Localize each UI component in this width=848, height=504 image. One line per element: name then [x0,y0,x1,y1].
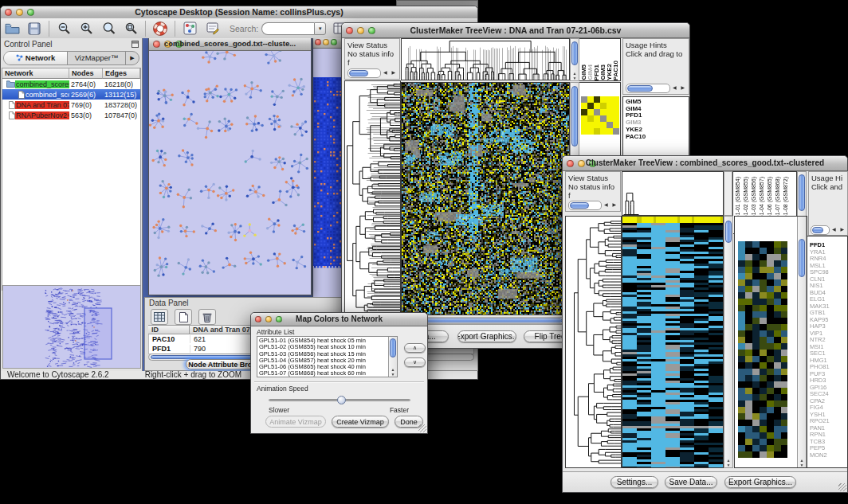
scrollbar-arrows[interactable]: ▲▼ [724,458,732,467]
summary-heatmap[interactable] [738,241,787,458]
scrollbar-thumb[interactable] [571,41,578,65]
zoom-in-icon[interactable] [77,20,96,37]
vizmapper-icon[interactable] [180,20,199,37]
table-mode-icon[interactable] [151,309,168,325]
col-header-nodes: Nodes [69,68,103,79]
scrollbar-arrows[interactable]: ▲▼ [571,71,579,80]
row-dendrogram[interactable] [565,216,622,468]
export-graphics-button[interactable]: Export Graphics... [457,330,516,342]
mini-scrollbar-track[interactable] [811,225,830,235]
close-button[interactable] [315,39,321,45]
minimize-button[interactable] [323,39,329,45]
summary-heatmap-panel: ▲▼ [734,216,807,468]
scrollbar-thumb[interactable] [799,174,805,211]
dialog-titlebar[interactable]: Map Colors to Network [251,313,427,326]
network-name: combined_scores [15,80,69,88]
usage-hints-scrollbar[interactable]: ◀ ▶ [811,225,846,233]
column-dendrogram[interactable] [622,171,724,216]
mini-scrollbar-arrows[interactable]: ◀ ▶ [832,225,846,233]
resize-grip[interactable] [418,424,426,432]
mini-scrollbar-track[interactable] [626,84,670,93]
new-attribute-icon[interactable] [175,309,192,325]
zoom-button[interactable] [331,39,337,45]
birdseye-canvas[interactable] [3,286,140,368]
open-folder-icon[interactable] [2,20,22,37]
mini-scrollbar-arrows[interactable]: ◀ ▶ [383,68,397,76]
tab-network[interactable]: Network [4,52,68,64]
delete-attribute-icon[interactable] [198,309,216,325]
search-input[interactable] [261,22,314,35]
summary-cell [581,122,587,128]
row-label[interactable]: MON2 [810,452,847,459]
treeview2-titlebar[interactable]: ClusterMaker TreeView : combined_scores_… [563,156,847,171]
mini-scrollbar-track[interactable] [347,68,381,78]
resize-grip[interactable] [838,483,846,491]
status-hint-zoom: Right-click + drag to ZOOM [145,370,241,379]
tab-more-button[interactable]: ▶ [125,52,139,64]
save-data-button[interactable]: Save Data... [665,476,717,488]
summary-cell [607,122,613,128]
network-canvas[interactable] [149,38,311,282]
scrollbar-thumb[interactable] [426,318,563,322]
summary-heatmap[interactable] [581,96,619,135]
scrollbar-arrows[interactable]: ▲▼ [798,458,806,467]
mini-scrollbar-arrows[interactable]: ◀ ▶ [604,201,618,209]
scrollbar-thumb[interactable] [390,338,396,357]
slider-thumb[interactable] [337,396,346,404]
attribute-listbox[interactable]: GPL51-01 (GSM854) heat shock 05 minGPL51… [257,336,398,377]
zoom-selected-icon[interactable] [99,20,118,37]
mini-scrollbar-arrows[interactable]: ◀ ▶ [673,84,686,92]
annotation-icon[interactable] [202,20,222,37]
usage-hints-scrollbar[interactable]: ◀ ▶ [626,84,686,92]
move-up-button[interactable]: ∧ [404,343,426,353]
network-table-row[interactable]: RNAPuberNov2+563(0)107847(0) [2,110,140,120]
float-panel-icon[interactable] [132,37,139,51]
network-name: DNA and Tran 07 [15,101,69,109]
main-titlebar[interactable]: Cytoscape Desktop (Session Name: collins… [1,6,477,19]
background-network-window[interactable] [312,38,344,298]
network-table-row[interactable]: DNA and Tran 07769(0)183728(0) [2,100,140,110]
tab-vizmapper[interactable]: VizMapper™ [68,52,125,64]
scrollbar-arrows[interactable]: ▲▼ [389,367,397,377]
summary-vscrollbar[interactable]: ▲▼ [797,217,807,467]
create-vizmap-button[interactable]: Create Vizmap [332,416,389,428]
mini-scrollbar-track[interactable] [568,201,602,210]
attribute-list-scrollbar[interactable]: ▲▼ [388,337,397,377]
network-nodes-count: 2569(6) [69,91,103,99]
animate-vizmap-button[interactable]: Animate Vizmap [265,416,326,428]
network-edges-count: 183728(0) [103,101,140,109]
animation-speed-slider[interactable] [269,396,410,405]
scrollbar-thumb[interactable] [571,86,578,147]
column-label[interactable]: PAC10 [613,61,619,80]
network-view-titlebar[interactable]: combined_scores_good.txt--cluste... [149,38,311,51]
scrollbar-thumb[interactable] [725,221,732,243]
search-label: Search: [230,24,258,33]
help-ring-icon[interactable] [151,20,170,37]
row-dendrogram[interactable] [344,80,401,315]
network-table-row[interactable]: combined_sco2569(6)13112(15) [2,89,140,100]
birdseye-panel[interactable] [2,285,141,369]
view-status-scrollbar[interactable]: ◀ ▶ [347,68,397,76]
heatmap-main[interactable] [622,216,724,468]
zoom-fit-icon[interactable] [121,20,140,37]
heatmap-main[interactable] [401,82,570,315]
column-strip-arrows[interactable] [724,171,732,216]
search-dropdown-button[interactable]: ▼ [314,22,326,35]
settings-button[interactable]: Settings... [610,476,658,488]
export-graphics-button[interactable]: Export Graphics... [724,476,796,488]
done-label: Done [400,418,418,426]
column-labels-scrollbar[interactable]: ▲▼ [570,38,579,81]
attribute-list-item[interactable]: GPL51-07 (GSM868) heat shock 60 min [259,370,395,377]
zoom-out-icon[interactable] [54,20,73,37]
view-status-scrollbar[interactable]: ◀ ▶ [568,201,618,209]
move-down-button[interactable]: ∨ [404,357,426,367]
column-dendrogram[interactable] [401,38,570,80]
network-table-row[interactable]: combined_scores2764(0)16218(0) [2,79,140,89]
treeview1-titlebar[interactable]: ClusterMaker TreeView : DNA and Tran 07-… [342,23,689,38]
background-network-titlebar[interactable] [313,38,343,49]
dense-network-canvas[interactable] [313,38,343,285]
heatmap-vscrollbar[interactable]: ▲▼ [724,216,733,468]
save-icon[interactable] [25,20,44,37]
row-label[interactable]: PAC10 [626,134,689,141]
scrollbar-thumb[interactable] [799,239,805,277]
